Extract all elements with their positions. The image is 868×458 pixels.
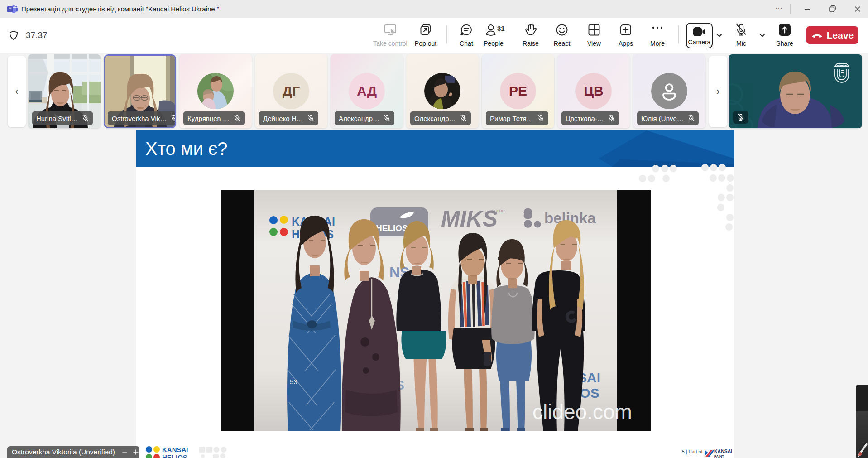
svg-text:MIKS: MIKS: [441, 206, 498, 231]
svg-text:clideo.com: clideo.com: [532, 400, 632, 424]
svg-text:31: 31: [497, 24, 505, 32]
svg-text:KANSAI: KANSAI: [714, 448, 732, 454]
svg-text:PAINT: PAINT: [714, 454, 724, 458]
svg-text:KANSAI: KANSAI: [162, 446, 188, 453]
svg-text:HELIOS: HELIOS: [376, 223, 408, 233]
svg-text:53: 53: [290, 378, 297, 386]
svg-text:COLOR: COLOR: [492, 209, 505, 213]
svg-text:HELIOS: HELIOS: [162, 453, 187, 458]
